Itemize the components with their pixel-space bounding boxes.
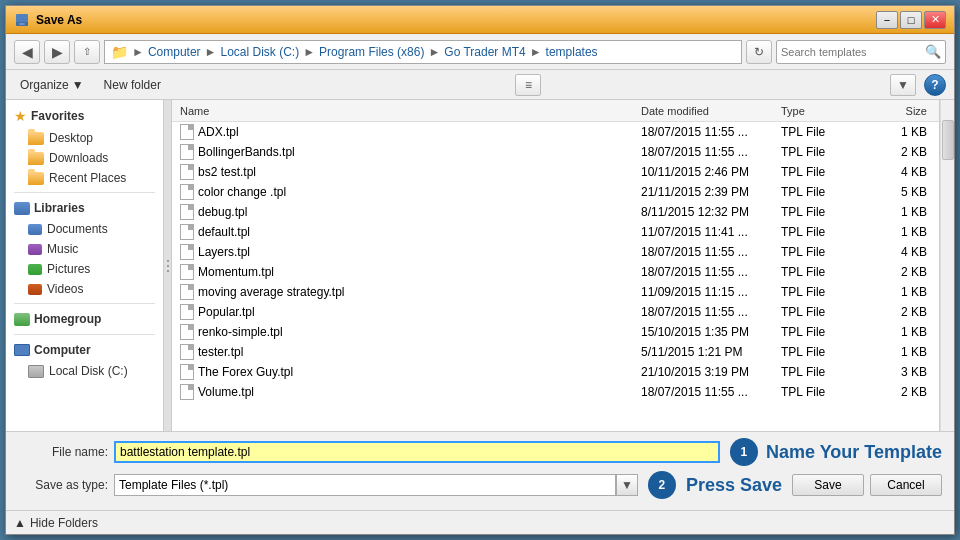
table-row[interactable]: renko-simple.tpl 15/10/2015 1:35 PM TPL … bbox=[172, 322, 939, 342]
search-input[interactable] bbox=[781, 46, 925, 58]
forward-button[interactable]: ▶ bbox=[44, 40, 70, 64]
file-type-cell: TPL File bbox=[781, 265, 871, 279]
sidebar-item-videos[interactable]: Videos bbox=[6, 279, 163, 299]
file-date-cell: 11/07/2015 11:41 ... bbox=[641, 225, 781, 239]
view-options-button[interactable]: ▼ bbox=[890, 74, 916, 96]
back-button[interactable]: ◀ bbox=[14, 40, 40, 64]
file-size-cell: 1 KB bbox=[871, 325, 931, 339]
filename-input-group bbox=[114, 441, 720, 463]
file-date-cell: 8/11/2015 12:32 PM bbox=[641, 205, 781, 219]
help-button[interactable]: ? bbox=[924, 74, 946, 96]
sidebar-item-desktop[interactable]: Desktop bbox=[6, 128, 163, 148]
sidebar-item-music[interactable]: Music bbox=[6, 239, 163, 259]
breadcrumb-localdisk[interactable]: Local Disk (C:) bbox=[220, 45, 299, 59]
organize-toolbar: Organize ▼ New folder ≡ ▼ ? bbox=[6, 70, 954, 100]
scrollbar-thumb[interactable] bbox=[942, 120, 954, 160]
sidebar-videos-label: Videos bbox=[47, 282, 83, 296]
favorites-label: Favorites bbox=[31, 109, 84, 123]
bottom-form-area: File name: 1 Name Your Template Save as … bbox=[6, 431, 954, 510]
table-row[interactable]: moving average strategy.tpl 11/09/2015 1… bbox=[172, 282, 939, 302]
table-row[interactable]: ADX.tpl 18/07/2015 11:55 ... TPL File 1 … bbox=[172, 122, 939, 142]
organize-button[interactable]: Organize ▼ bbox=[14, 76, 90, 94]
table-row[interactable]: BollingerBands.tpl 18/07/2015 11:55 ... … bbox=[172, 142, 939, 162]
minimize-button[interactable]: − bbox=[876, 11, 898, 29]
file-date-cell: 18/07/2015 11:55 ... bbox=[641, 265, 781, 279]
sidebar-recentplaces-label: Recent Places bbox=[49, 171, 126, 185]
file-name-cell: default.tpl bbox=[180, 224, 641, 240]
table-row[interactable]: Momentum.tpl 18/07/2015 11:55 ... TPL Fi… bbox=[172, 262, 939, 282]
scrollbar-track[interactable] bbox=[940, 100, 954, 431]
filetype-input[interactable] bbox=[114, 474, 616, 496]
computer-header[interactable]: Computer bbox=[6, 339, 163, 361]
refresh-button[interactable]: ↻ bbox=[746, 40, 772, 64]
libraries-header[interactable]: Libraries bbox=[6, 197, 163, 219]
breadcrumb-templates[interactable]: templates bbox=[546, 45, 598, 59]
file-name-cell: color change .tpl bbox=[180, 184, 641, 200]
resize-dots bbox=[167, 260, 169, 272]
file-list-header: Name Date modified Type Size bbox=[172, 100, 939, 122]
file-date-cell: 18/07/2015 11:55 ... bbox=[641, 145, 781, 159]
file-name-cell: Layers.tpl bbox=[180, 244, 641, 260]
sidebar-item-localdisk[interactable]: Local Disk (C:) bbox=[6, 361, 163, 381]
computer-label: Computer bbox=[34, 343, 91, 357]
column-date[interactable]: Date modified bbox=[641, 105, 781, 117]
close-button[interactable]: ✕ bbox=[924, 11, 946, 29]
breadcrumb-gotrader[interactable]: Go Trader MT4 bbox=[444, 45, 525, 59]
hide-folders-button[interactable]: ▲ Hide Folders bbox=[14, 516, 98, 530]
table-row[interactable]: Popular.tpl 18/07/2015 11:55 ... TPL Fil… bbox=[172, 302, 939, 322]
table-row[interactable]: Volume.tpl 18/07/2015 11:55 ... TPL File… bbox=[172, 382, 939, 402]
file-type-cell: TPL File bbox=[781, 205, 871, 219]
file-date-cell: 15/10/2015 1:35 PM bbox=[641, 325, 781, 339]
table-row[interactable]: default.tpl 11/07/2015 11:41 ... TPL Fil… bbox=[172, 222, 939, 242]
file-type-cell: TPL File bbox=[781, 285, 871, 299]
table-row[interactable]: bs2 test.tpl 10/11/2015 2:46 PM TPL File… bbox=[172, 162, 939, 182]
cancel-button[interactable]: Cancel bbox=[870, 474, 942, 496]
sidebar-item-downloads[interactable]: Downloads bbox=[6, 148, 163, 168]
step2-circle: 2 bbox=[648, 471, 676, 499]
table-row[interactable]: tester.tpl 5/11/2015 1:21 PM TPL File 1 … bbox=[172, 342, 939, 362]
up-button[interactable]: ⇧ bbox=[74, 40, 100, 64]
file-date-cell: 21/11/2015 2:39 PM bbox=[641, 185, 781, 199]
view-button[interactable]: ≡ bbox=[515, 74, 541, 96]
column-size[interactable]: Size bbox=[871, 105, 931, 117]
address-toolbar: ◀ ▶ ⇧ 📁 ► Computer ► Local Disk (C:) ► P… bbox=[6, 34, 954, 70]
tpl-file-icon bbox=[180, 284, 194, 300]
sidebar-downloads-label: Downloads bbox=[49, 151, 108, 165]
sidebar-item-recent-places[interactable]: Recent Places bbox=[6, 168, 163, 188]
table-row[interactable]: debug.tpl 8/11/2015 12:32 PM TPL File 1 … bbox=[172, 202, 939, 222]
tpl-file-icon bbox=[180, 384, 194, 400]
file-name-cell: bs2 test.tpl bbox=[180, 164, 641, 180]
new-folder-button[interactable]: New folder bbox=[98, 76, 167, 94]
filename-label: File name: bbox=[18, 445, 108, 459]
favorites-header[interactable]: ★ Favorites bbox=[6, 104, 163, 128]
sidebar-item-documents[interactable]: Documents bbox=[6, 219, 163, 239]
file-rows-container: ADX.tpl 18/07/2015 11:55 ... TPL File 1 … bbox=[172, 122, 939, 402]
file-date-cell: 21/10/2015 3:19 PM bbox=[641, 365, 781, 379]
search-icon: 🔍 bbox=[925, 44, 941, 59]
file-date-cell: 18/07/2015 11:55 ... bbox=[641, 125, 781, 139]
step2-number: 2 bbox=[659, 478, 666, 492]
file-size-cell: 3 KB bbox=[871, 365, 931, 379]
table-row[interactable]: color change .tpl 21/11/2015 2:39 PM TPL… bbox=[172, 182, 939, 202]
homegroup-header[interactable]: Homegroup bbox=[6, 308, 163, 330]
breadcrumb-programfiles[interactable]: Program Files (x86) bbox=[319, 45, 424, 59]
resize-handle[interactable] bbox=[164, 100, 172, 431]
dialog-icon bbox=[14, 12, 30, 28]
filetype-dropdown-button[interactable]: ▼ bbox=[616, 474, 638, 496]
step2-text: Press Save bbox=[686, 475, 782, 496]
table-row[interactable]: Layers.tpl 18/07/2015 11:55 ... TPL File… bbox=[172, 242, 939, 262]
step1-number: 1 bbox=[741, 445, 748, 459]
breadcrumb-computer[interactable]: Computer bbox=[148, 45, 201, 59]
column-type[interactable]: Type bbox=[781, 105, 871, 117]
sidebar-item-pictures[interactable]: Pictures bbox=[6, 259, 163, 279]
homegroup-icon bbox=[14, 313, 30, 326]
column-name[interactable]: Name bbox=[180, 105, 641, 117]
organize-label: Organize bbox=[20, 78, 69, 92]
maximize-button[interactable]: □ bbox=[900, 11, 922, 29]
table-row[interactable]: The Forex Guy.tpl 21/10/2015 3:19 PM TPL… bbox=[172, 362, 939, 382]
filename-input[interactable] bbox=[114, 441, 720, 463]
svg-rect-2 bbox=[19, 23, 25, 25]
save-button[interactable]: Save bbox=[792, 474, 864, 496]
sidebar-documents-label: Documents bbox=[47, 222, 108, 236]
file-name-cell: Popular.tpl bbox=[180, 304, 641, 320]
